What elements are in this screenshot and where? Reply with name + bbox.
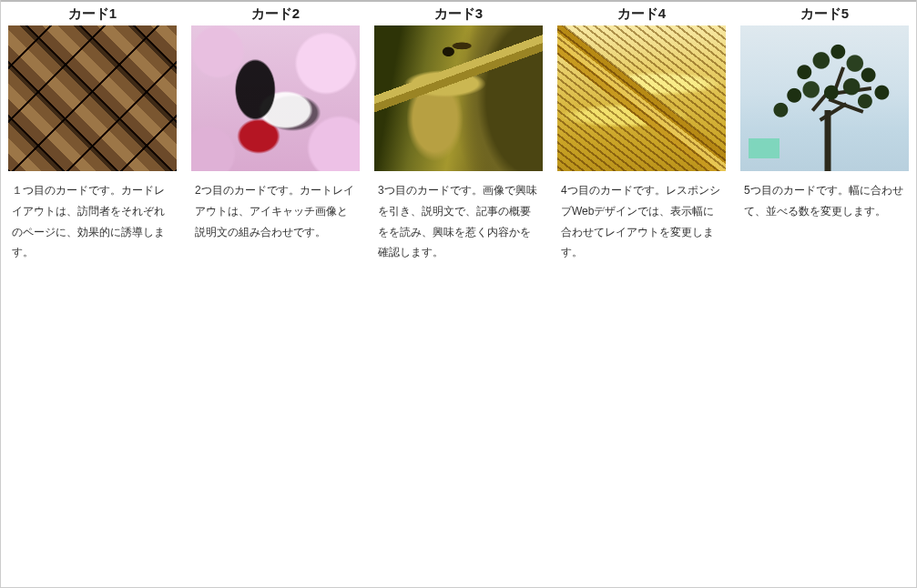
card-1[interactable]: カード1 １つ目のカードです。カードレイアウトは、訪問者をそれぞれのページに、効… xyxy=(1,1,184,274)
card-2[interactable]: カード2 2つ目のカードです。カートレイアウトは、アイキャッチ画像と説明文の組み… xyxy=(184,1,367,274)
card-description: 5つ目のカードです。幅に合わせて、並べる数を変更します。 xyxy=(740,180,909,222)
card-title: カード4 xyxy=(557,1,726,25)
card-description: 3つ目のカードです。画像で興味を引き、説明文で、記事の概要をを読み、興味を惹く内… xyxy=(374,180,543,263)
card-description: １つ目のカードです。カードレイアウトは、訪問者をそれぞれのページに、効果的に誘導… xyxy=(8,180,177,263)
card-description: 2つ目のカードです。カートレイアウトは、アイキャッチ画像と説明文の組み合わせです… xyxy=(191,180,360,242)
card-row: カード1 １つ目のカードです。カードレイアウトは、訪問者をそれぞれのページに、効… xyxy=(1,0,916,274)
card-5[interactable]: カード5 5つ目のカードです。幅に合わせて、並べる数を変更します。 xyxy=(733,1,916,274)
card-image-wheat xyxy=(557,25,726,171)
card-title: カード1 xyxy=(8,1,177,25)
card-image-woven-straw xyxy=(8,25,177,171)
card-title: カード5 xyxy=(740,1,909,25)
card-image-pine-tree xyxy=(740,25,909,171)
card-title: カード3 xyxy=(374,1,543,25)
card-4[interactable]: カード4 4つ目のカードです。レスポンシブWebデザインでは、表示幅に合わせてレ… xyxy=(550,1,733,274)
card-image-seadragon xyxy=(374,25,543,171)
card-description: 4つ目のカードです。レスポンシブWebデザインでは、表示幅に合わせてレイアウトを… xyxy=(557,180,726,263)
card-image-butterfly xyxy=(191,25,360,171)
card-title: カード2 xyxy=(191,1,360,25)
card-3[interactable]: カード3 3つ目のカードです。画像で興味を引き、説明文で、記事の概要をを読み、興… xyxy=(367,1,550,274)
